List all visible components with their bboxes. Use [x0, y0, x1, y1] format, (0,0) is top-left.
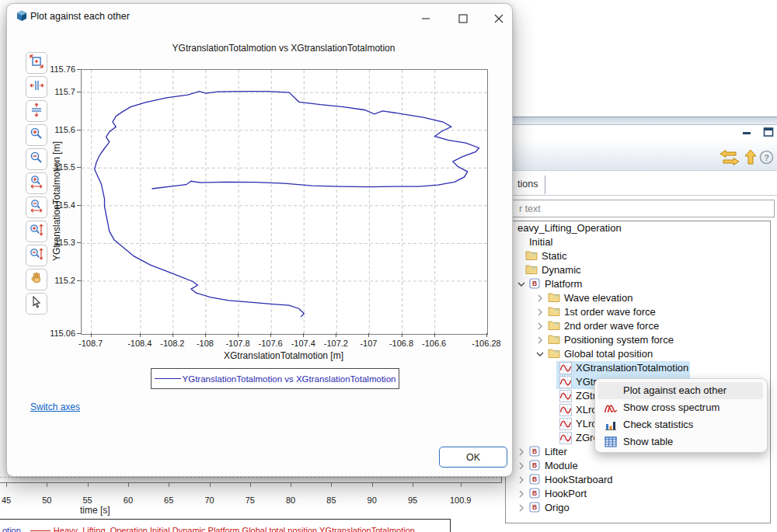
legend-line-sample [155, 378, 181, 379]
menu-item-show-cross-spectrum[interactable]: Show cross spectrum [598, 399, 763, 416]
tree-item-platform[interactable]: BPlatform [515, 277, 768, 291]
x-tick-mark [434, 333, 435, 337]
tree-item-static[interactable]: Static [515, 249, 768, 263]
view-maximize-button[interactable] [758, 124, 777, 140]
statistics-icon [604, 418, 618, 434]
tree-item-dynamic[interactable]: Dynamic [515, 263, 768, 277]
menu-item-plot-against-each-other[interactable]: Plot against each other [598, 382, 763, 399]
view-minimize-button[interactable] [737, 125, 757, 141]
folder-icon [548, 292, 560, 305]
tree-item-positioning-system-force[interactable]: Positioning system force [515, 333, 768, 347]
tree-item-label: Module [545, 460, 578, 471]
menu-item-show-table[interactable]: Show table [598, 433, 763, 450]
help-icon[interactable]: ? [759, 150, 774, 168]
x-axis-title: XGtranslationTotalmotion [m] [81, 350, 486, 361]
time-chart-axis-line [0, 482, 502, 483]
time-axis-label: time [s] [80, 505, 110, 516]
close-button[interactable] [489, 11, 509, 26]
tree-item-label: Wave elevation [564, 292, 632, 304]
tab-strip-border [512, 195, 777, 196]
folder-icon [548, 320, 560, 333]
body-icon: B [529, 502, 540, 515]
svg-text:B: B [532, 280, 537, 287]
x-tick-label: -106.28 [465, 339, 508, 348]
time-tick-label: 90 [357, 495, 388, 505]
tree-item-label: HookPort [545, 488, 587, 499]
plot-dialog: Plot against each other YGtranslationTot… [6, 3, 513, 477]
y-tick-label: 115.76 [32, 64, 75, 74]
filter-input-text: r text [519, 203, 541, 214]
tree-item-hookport[interactable]: BHookPort [515, 487, 768, 501]
swap-arrows-icon[interactable] [719, 149, 740, 169]
x-tick-mark [91, 333, 92, 337]
minimize-button[interactable] [416, 11, 436, 26]
bottom-legend-blue-fragment: otion [2, 526, 21, 532]
folder-icon [548, 348, 560, 361]
time-tick-mark [47, 482, 47, 487]
zoom-out-vertical-button[interactable] [26, 245, 47, 266]
panel-top-band [512, 116, 777, 125]
svg-text:B: B [532, 489, 537, 497]
tree-item-label: Positioning system force [564, 334, 674, 346]
x-tick-mark [238, 333, 239, 337]
time-tick-label: 60 [113, 495, 144, 505]
y-tick-mark [77, 333, 81, 334]
tree-item-eavy-lifting-operation[interactable]: eavy_Lifting_Operation [515, 221, 768, 235]
zoom-in-horizontal-icon [30, 175, 44, 192]
table-icon [604, 435, 618, 451]
bottom-legend-box: otion Heavy_Lifting_Operation Initial Dy… [0, 519, 451, 532]
tree-item-2nd-order-wave-force[interactable]: 2nd order wave force [515, 319, 768, 333]
tree-item-1st-order-wave-force[interactable]: 1st order wave force [515, 305, 768, 319]
panel-tab[interactable]: tions [517, 179, 538, 190]
x-tick-mark [402, 333, 402, 337]
time-tick-mark [6, 482, 7, 487]
menu-item-check-statistics[interactable]: Check statistics [598, 416, 763, 433]
filter-input[interactable]: r text [505, 200, 775, 217]
y-tick-label: 115.06 [32, 329, 75, 338]
time-tick-mark [413, 482, 413, 487]
tree-item-label: ZGtr [576, 390, 596, 402]
tree-item-hookstarboard[interactable]: BHookStarboard [515, 473, 768, 487]
screen: 4550556065707580859095100.9 time [s] oti… [0, 0, 777, 532]
legend-box: YGtranslationTotalmotion vs XGtranslatio… [151, 368, 399, 389]
tree-item-label: Origo [545, 502, 570, 513]
plot-area[interactable] [81, 69, 488, 335]
time-tick-label: 100.9 [445, 495, 476, 505]
app-cube-icon [16, 10, 28, 26]
tree-item-xgtranslationtotalmotion[interactable]: XGtranslationTotalmotion [515, 361, 768, 375]
y-tick-label: 115.7 [32, 87, 75, 96]
fit-vertical-button[interactable] [26, 100, 47, 122]
arrow-up-icon[interactable] [744, 148, 758, 169]
select-icon [30, 295, 44, 312]
tree-item-initial[interactable]: Initial [515, 235, 768, 249]
tree-item-origo[interactable]: BOrigo [515, 501, 768, 515]
tree-item-global-total-position[interactable]: Global total position [515, 347, 768, 361]
tree-item-module[interactable]: BModule [515, 459, 768, 473]
tree-item-label: 2nd order wave force [564, 320, 659, 332]
chart-title: YGtranslationTotalmotion vs XGtranslatio… [81, 43, 486, 54]
switch-axes-link[interactable]: Switch axes [30, 402, 80, 412]
time-tick-label: 50 [31, 495, 62, 505]
bottom-legend-red-label: Heavy_Lifting_Operation Initial Dynamic … [54, 526, 415, 532]
menu-item-label: Show cross spectrum [623, 402, 720, 413]
tab-divider [545, 176, 545, 194]
tree-item-wave-elevation[interactable]: Wave elevation [515, 291, 768, 305]
svg-text:B: B [532, 475, 537, 483]
ok-button[interactable]: OK [439, 447, 507, 468]
time-tick-mark [331, 482, 332, 487]
zoom-in-horizontal-button[interactable] [26, 172, 47, 194]
y-tick-mark [77, 167, 81, 168]
svg-text:B: B [532, 461, 537, 469]
time-tick-mark [250, 482, 251, 487]
time-tick-mark [291, 482, 291, 487]
tree-item-label: Static [542, 250, 567, 262]
time-tick-label: 80 [275, 495, 306, 505]
y-axis-title: YGtranslationTotalmotion [m] [51, 103, 62, 299]
maximize-button[interactable] [453, 11, 473, 26]
time-tick-mark [210, 482, 211, 487]
select-button[interactable] [26, 293, 47, 315]
time-tick-label: 95 [397, 495, 428, 505]
cross-spectrum-icon [604, 401, 618, 417]
chevron-right-icon[interactable] [516, 502, 527, 516]
y-tick-mark [77, 242, 81, 243]
